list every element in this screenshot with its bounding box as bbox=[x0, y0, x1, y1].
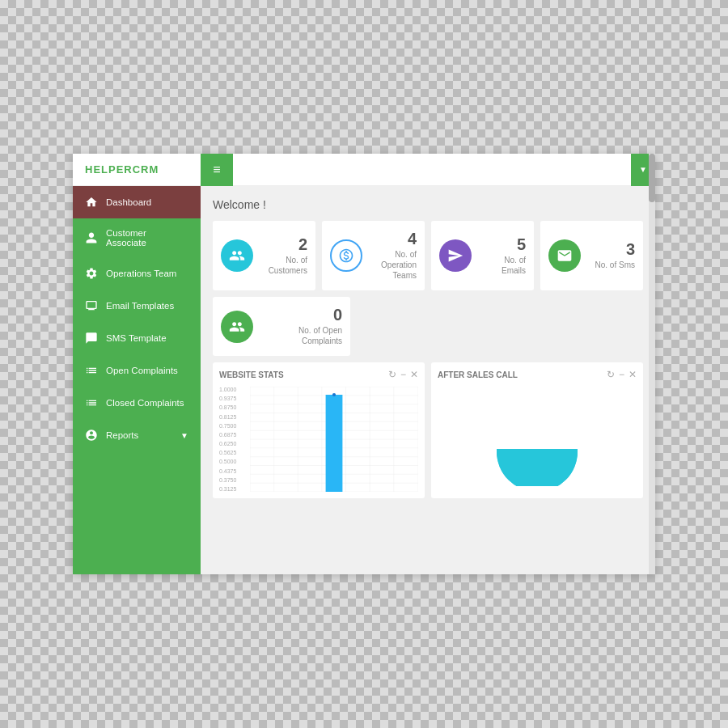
sms-icon bbox=[85, 332, 98, 345]
app-logo: HELPER CRM bbox=[73, 163, 201, 176]
svg-rect-29 bbox=[489, 486, 586, 488]
chart-refresh-icon[interactable]: ↻ bbox=[388, 369, 396, 380]
stat-label-customers: No. of Customers bbox=[261, 255, 307, 276]
website-stats-panel: WEBSITE STATS ↻ − ✕ 1.0000 0.9375 0.8750 bbox=[213, 362, 425, 498]
sidebar-item-email-templates[interactable]: Email Templates bbox=[73, 290, 201, 322]
stat-info-open-complaints: 0 No. of Open Complaints bbox=[261, 307, 342, 346]
stat-card-open-complaints: 0 No. of Open Complaints bbox=[213, 297, 350, 356]
chart-minimize-icon[interactable]: − bbox=[400, 369, 406, 380]
stat-card-operation-teams: 4 No. of Operation Teams bbox=[322, 221, 425, 290]
main-layout: Dashboard Customer Associate Operations … bbox=[73, 186, 655, 574]
stat-info-sms: 3 No. of Sms bbox=[589, 241, 635, 270]
emails-icon-circle bbox=[439, 239, 472, 272]
app-container: HELPER CRM ≡ ▼ Dashboard Customer Associ bbox=[73, 154, 655, 574]
open-complaints-icon-circle bbox=[221, 311, 253, 343]
sidebar-label-sms: SMS Template bbox=[106, 333, 167, 343]
sidebar-label-open-complaints: Open Complaints bbox=[106, 366, 178, 375]
after-sales-minimize-icon[interactable]: − bbox=[619, 369, 624, 380]
website-stats-title: WEBSITE STATS bbox=[219, 370, 388, 379]
gear-icon bbox=[85, 267, 98, 280]
svg-rect-21 bbox=[326, 395, 343, 492]
stat-label-operation-teams: No. of Operation Teams bbox=[370, 249, 417, 281]
stat-card-customers: 2 No. of Customers bbox=[213, 221, 315, 290]
stat-number-emails: 5 bbox=[480, 236, 526, 252]
welcome-title: Welcome ! bbox=[213, 198, 643, 211]
sidebar: Dashboard Customer Associate Operations … bbox=[73, 186, 201, 574]
stat-number-open-complaints: 0 bbox=[261, 307, 342, 323]
sidebar-item-reports[interactable]: Reports ▼ bbox=[73, 419, 201, 451]
closed-list-icon bbox=[85, 396, 98, 409]
chart-close-icon[interactable]: ✕ bbox=[410, 369, 418, 380]
sidebar-label-dashboard: Dashboard bbox=[106, 197, 151, 207]
menu-toggle-button[interactable]: ≡ bbox=[201, 154, 233, 186]
after-sales-refresh-icon[interactable]: ↻ bbox=[607, 369, 615, 380]
stat-info-emails: 5 No. of Emails bbox=[480, 236, 526, 276]
logo-text: HELPER bbox=[85, 163, 133, 176]
charts-row: WEBSITE STATS ↻ − ✕ 1.0000 0.9375 0.8750 bbox=[213, 362, 643, 498]
stat-info-operation-teams: 4 No. of Operation Teams bbox=[370, 231, 417, 281]
sidebar-item-sms-template[interactable]: SMS Template bbox=[73, 322, 201, 354]
stat-label-emails: No. of Emails bbox=[480, 255, 526, 276]
hamburger-icon: ≡ bbox=[213, 163, 220, 176]
after-sales-close-icon[interactable]: ✕ bbox=[629, 369, 637, 380]
sidebar-item-dashboard[interactable]: Dashboard bbox=[73, 186, 201, 218]
donut-container bbox=[438, 387, 637, 492]
customers-icon-circle bbox=[221, 239, 253, 272]
home-icon bbox=[85, 196, 98, 209]
logo-accent: CRM bbox=[133, 163, 159, 176]
stat-number-sms: 3 bbox=[589, 241, 635, 257]
stat-number-customers: 2 bbox=[261, 236, 307, 252]
after-sales-chart-actions: ↻ − ✕ bbox=[607, 369, 637, 380]
reports-arrow-icon: ▼ bbox=[180, 431, 188, 440]
chart-actions: ↻ − ✕ bbox=[388, 369, 418, 380]
sidebar-label-customer: Customer Associate bbox=[106, 228, 188, 248]
sidebar-label-operations: Operations Team bbox=[106, 269, 176, 278]
stat-card-sms: 3 No. of Sms bbox=[540, 221, 643, 290]
sidebar-item-customer-associate[interactable]: Customer Associate bbox=[73, 218, 201, 257]
dropdown-icon: ▼ bbox=[639, 165, 647, 174]
sidebar-item-operations-team[interactable]: Operations Team bbox=[73, 257, 201, 290]
person-icon bbox=[85, 231, 98, 244]
stat-info-customers: 2 No. of Customers bbox=[261, 236, 307, 276]
scrollbar-track bbox=[649, 186, 655, 574]
monitor-icon bbox=[85, 299, 98, 312]
scrollbar-thumb[interactable] bbox=[649, 186, 655, 202]
stat-label-sms: No. of Sms bbox=[589, 260, 635, 270]
reports-icon bbox=[85, 429, 98, 442]
list-icon bbox=[85, 364, 98, 377]
svg-rect-28 bbox=[489, 391, 586, 449]
chart-area-website bbox=[250, 387, 418, 492]
sms-icon-circle bbox=[548, 239, 581, 272]
stat-cards-row-2: 0 No. of Open Complaints bbox=[213, 297, 643, 356]
stat-cards-row-1: 2 No. of Customers 4 No. of Operation Te… bbox=[213, 221, 643, 290]
y-axis: 1.0000 0.9375 0.8750 0.8125 0.7500 0.687… bbox=[219, 387, 248, 492]
after-sales-svg bbox=[489, 391, 586, 488]
sidebar-label-reports: Reports bbox=[106, 430, 138, 440]
stat-card-emails: 5 No. of Emails bbox=[431, 221, 534, 290]
after-sales-call-panel: AFTER SALES CALL ↻ − ✕ bbox=[431, 362, 643, 498]
svg-point-22 bbox=[332, 393, 336, 396]
website-stats-header: WEBSITE STATS ↻ − ✕ bbox=[219, 369, 418, 380]
header: HELPER CRM ≡ ▼ bbox=[73, 154, 655, 186]
after-sales-body bbox=[438, 387, 637, 492]
main-content: Welcome ! 2 No. of Customers bbox=[201, 186, 655, 574]
sidebar-label-closed-complaints: Closed Complaints bbox=[106, 398, 184, 408]
sidebar-label-email-templates: Email Templates bbox=[106, 301, 174, 311]
website-stats-body: 1.0000 0.9375 0.8750 0.8125 0.7500 0.687… bbox=[219, 387, 418, 492]
after-sales-header: AFTER SALES CALL ↻ − ✕ bbox=[438, 369, 637, 380]
website-stats-svg bbox=[250, 387, 418, 492]
after-sales-title: AFTER SALES CALL bbox=[438, 370, 607, 379]
operation-teams-icon-circle bbox=[330, 239, 362, 272]
sidebar-item-closed-complaints[interactable]: Closed Complaints bbox=[73, 387, 201, 419]
sidebar-item-open-complaints[interactable]: Open Complaints bbox=[73, 354, 201, 387]
stat-label-open-complaints: No. of Open Complaints bbox=[261, 325, 342, 346]
stat-number-operation-teams: 4 bbox=[370, 231, 417, 247]
